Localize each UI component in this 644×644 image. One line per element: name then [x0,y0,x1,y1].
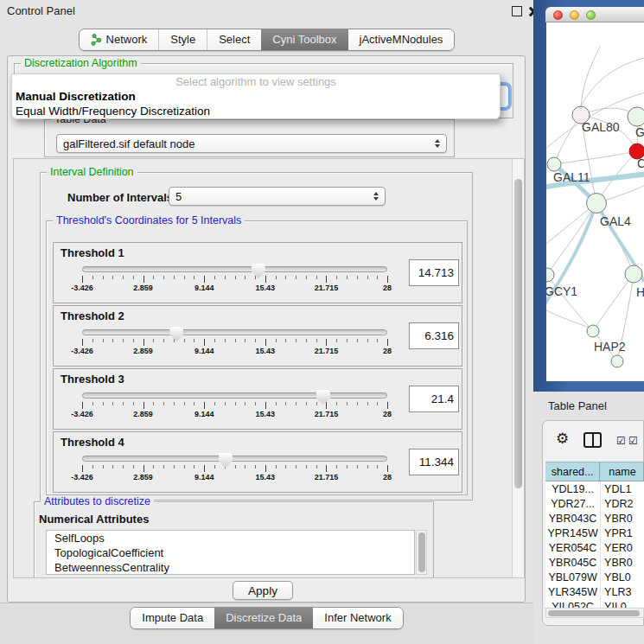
apply-button[interactable]: Apply [233,581,293,600]
column-header-shared-name[interactable]: shared... [545,462,600,481]
gear-icon[interactable]: ⚙ [556,431,569,446]
node-label-partial-red: C [637,156,644,170]
attributes-group: Attributes to discretize Numerical Attri… [34,501,434,578]
tab-select[interactable]: Select [207,29,261,50]
number-of-intervals-combobox[interactable]: 5 [169,187,386,206]
tab-network[interactable]: Network [80,29,159,50]
list-item-selfloops[interactable]: SelfLoops [47,531,414,545]
combo-arrows-icon [430,139,440,148]
slider-ticks [82,276,388,283]
slider-tick-labels: -3.4262.8599.14415.4321.71528 [82,473,387,483]
bottom-tab-bar: Impute Data Discretize Data Infer Networ… [0,607,533,629]
list-item-betweennesscentrality[interactable]: BetweennessCentrality [47,560,414,575]
algorithm-prompt-item[interactable]: Select algorithm to view settings [12,74,500,89]
tab-jactivemnodules[interactable]: jActiveMNodules [348,29,455,50]
table-toolbar: ⚙ ☑ ☑ [543,421,643,459]
network-canvas[interactable]: GAL80 GA C GAL11 GAL4 GCY1 H HAP2 [546,22,644,381]
column-header-name[interactable]: name [600,462,644,481]
threshold-2-panel: Threshold 2 -3.4262.8599.14415.4321.7152… [53,305,462,367]
slider-tick-labels: -3.4262.8599.14415.4321.71528 [82,347,387,357]
node-label-gal80: GAL80 [582,120,620,134]
numerical-attributes-label: Numerical Attributes [39,513,149,526]
table-row[interactable]: YBR043CYBR0 [545,511,644,526]
slider-ticks [82,465,388,472]
threshold-3-value-field[interactable]: 21.4 [409,386,459,412]
table-row[interactable]: YDL19...YDL1 [545,481,644,496]
settings-scroll-pane: Interval Definition Number of Intervals … [13,158,525,578]
number-of-intervals-value: 5 [175,190,182,203]
table-row[interactable]: YBL079WYBL0 [545,570,644,584]
node-bottom-partial[interactable] [611,355,623,367]
scrollbar-thumb[interactable] [514,179,522,488]
table-panel-title: Table Panel [548,399,607,412]
node-gal4[interactable] [587,194,607,214]
tab-discretize-data[interactable]: Discretize Data [214,608,313,628]
node-label-partial-top-right: GA [635,125,644,139]
table-row[interactable]: YER054CYER0 [545,540,644,555]
thresholds-group-title: Threshold's Coordinates for 5 Intervals [53,214,245,226]
threshold-2-value-field[interactable]: 6.316 [409,322,459,349]
tab-impute-data[interactable]: Impute Data [131,608,214,628]
node-hap2[interactable] [587,325,599,337]
settings-vertical-scrollbar[interactable] [512,159,524,577]
checkbox-icon[interactable]: ☑ [616,435,626,447]
node-label-partial-right: H [636,285,644,299]
control-panel-title: Control Panel [7,4,75,17]
network-icon [91,34,102,46]
threshold-1-slider[interactable] [82,266,387,272]
threshold-3-label: Threshold 3 [61,373,124,386]
number-of-intervals-label: Number of Intervals [67,191,173,204]
scrollbar-thumb[interactable] [548,610,640,616]
table-panel-section: Table Panel ⚙ ☑ ☑ shared... name YDL19..… [533,392,644,644]
zoom-window-icon[interactable] [586,10,596,20]
table-row[interactable]: YPR145WYPR1 [545,526,644,540]
node-partial-top-right[interactable] [628,107,644,126]
column-selector-icon[interactable] [583,432,602,448]
option-equal-width-frequency[interactable]: Equal Width/Frequency Discretization [12,104,500,118]
threshold-3-slider[interactable] [82,392,387,399]
minimize-window-icon[interactable] [570,10,579,20]
cyni-toolbox-panel: Discretization Algorithm Table Data galF… [7,55,526,603]
algorithm-dropdown-popup: Select algorithm to view settings Manual… [11,73,501,119]
threshold-1-panel: Threshold 1 -3.4262.8599.14415.4321.7152… [53,242,462,303]
threshold-1-value-field[interactable]: 14.713 [409,259,459,286]
thresholds-group: Threshold's Coordinates for 5 Intervals … [46,220,468,495]
attributes-list-scrollbar[interactable] [416,530,427,575]
network-window-titlebar [545,7,644,22]
tab-infer-network[interactable]: Infer Network [313,608,402,628]
threshold-2-slider[interactable] [82,329,387,335]
table-horizontal-scrollbar[interactable] [545,608,644,618]
table-row[interactable]: YBR045CYBR0 [545,555,644,570]
threshold-4-panel: Threshold 4 -3.4262.8599.14415.4321.7152… [53,431,462,493]
discretization-algorithm-group-title: Discretization Algorithm [21,57,141,69]
slider-tick-labels: -3.4262.8599.14415.4321.71528 [82,284,387,294]
table-data-selected: galFiltered.sif default node [63,137,194,150]
slider-ticks [82,402,388,409]
threshold-4-value-field[interactable]: 11.344 [409,449,459,475]
threshold-4-slider[interactable] [82,456,387,462]
float-panel-icon[interactable] [512,6,522,16]
threshold-1-label: Threshold 1 [61,246,124,259]
close-window-icon[interactable] [553,10,563,20]
control-panel-titlebar: Control Panel [0,0,533,21]
tab-cyni-toolbox[interactable]: Cyni Toolbox [261,29,348,50]
table-row[interactable]: YDR27...YDR2 [545,496,644,511]
attributes-group-title: Attributes to discretize [41,495,154,507]
option-manual-discretization[interactable]: Manual Discretization [12,89,500,104]
node-gal11[interactable] [547,157,561,171]
node-attribute-table: shared... name YDL19...YDL1 YDR27...YDR2… [545,462,644,608]
checkbox-icon[interactable]: ☑ [628,435,638,447]
node-table-panel: ⚙ ☑ ☑ shared... name YDL19...YDL1 YDR27.… [542,420,644,626]
slider-tick-labels: -3.4262.8599.14415.4321.71528 [82,410,387,420]
node-gcy1[interactable] [546,268,554,282]
list-item-topologicalcoefficient[interactable]: TopologicalCoefficient [47,545,414,560]
interval-definition-group: Interval Definition Number of Intervals … [40,172,473,501]
network-view-window: GAL80 GA C GAL11 GAL4 GCY1 H HAP2 [533,0,644,392]
node-partial-right[interactable] [625,265,642,283]
tab-network-label: Network [106,29,148,50]
table-data-combobox[interactable]: galFiltered.sif default node [56,134,447,153]
table-row[interactable]: YIL052CYIL0 [545,599,644,608]
numerical-attributes-list: SelfLoops TopologicalCoefficient Between… [46,530,415,575]
table-row[interactable]: YLR345WYLR3 [545,584,644,599]
tab-style[interactable]: Style [158,29,207,50]
